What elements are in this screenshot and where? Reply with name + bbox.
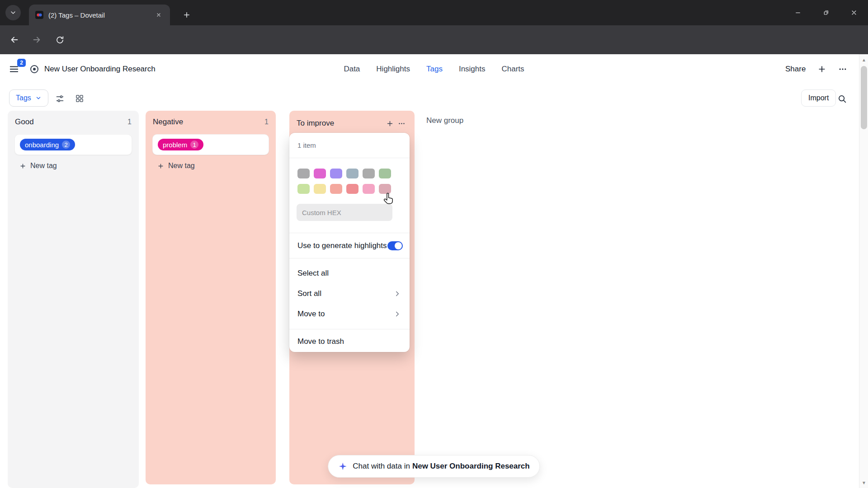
color-swatch[interactable] [379,169,391,178]
import-label: Import [808,94,829,102]
chevron-right-icon [393,310,401,318]
menu-item-move-to-trash[interactable]: Move to trash [289,329,410,351]
page-title: New User Onboarding Research [44,54,156,84]
tag-label: problem [163,141,187,149]
custom-hex-input[interactable] [297,204,392,221]
scroll-up-icon[interactable]: ▲ [859,55,868,64]
tags-view-dropdown[interactable]: Tags [9,89,48,107]
color-swatch[interactable] [346,169,359,178]
toggle-label: Use to generate highlights [297,241,387,250]
tags-dropdown-label: Tags [16,94,31,102]
column-title: To improve [297,119,384,128]
board-toolbar: Tags Import [0,84,868,111]
new-tag-label: New tag [30,162,57,170]
back-button[interactable] [5,31,24,49]
chat-label: Chat with data inNew User Onboarding Res… [353,462,529,471]
chat-prefix: Chat with data in [353,462,410,470]
new-tag-button[interactable]: New tag [8,162,139,170]
menu-item-label: Select all [297,269,329,278]
tab-charts[interactable]: Charts [502,65,524,74]
color-swatch[interactable] [363,184,375,194]
close-button[interactable] [840,0,868,25]
tag-card[interactable]: problem 1 [152,134,269,155]
tab-tags[interactable]: Tags [426,65,443,74]
color-swatch[interactable] [346,184,359,194]
column-header: Negative 1 [146,111,276,131]
import-button[interactable]: Import [801,89,836,107]
share-button[interactable]: Share [785,54,806,84]
chevron-down-icon [9,9,17,16]
browser-tab[interactable]: (2) Tags – Dovetail [29,5,170,25]
reload-button[interactable] [51,31,69,49]
restore-button[interactable] [812,0,840,25]
notification-badge: 2 [17,59,26,67]
highlights-toggle[interactable] [387,241,403,250]
browser-titlebar: (2) Tags – Dovetail [0,0,868,25]
column-menu-icon[interactable] [396,117,407,129]
new-group-button[interactable]: New group [426,116,463,125]
column-negative: Negative 1 problem 1 New tag [146,111,276,484]
ungroup-icon[interactable] [72,91,87,106]
tag-count: 1 [190,141,198,149]
window-controls [784,0,868,25]
tag-pill-problem[interactable]: problem 1 [158,139,203,150]
column-count: 1 [127,118,132,126]
new-tag-label: New tag [168,162,195,170]
plus-icon [19,163,26,169]
plus-icon [183,11,191,19]
dovetail-favicon [35,11,43,19]
tab-highlights[interactable]: Highlights [376,65,410,74]
add-button[interactable] [815,62,829,76]
add-tag-icon[interactable] [384,117,396,129]
column-header: Good 1 [8,111,139,131]
plus-icon [157,163,164,169]
generate-highlights-row: Use to generate highlights [289,233,410,258]
tab-insights[interactable]: Insights [459,65,486,74]
tag-pill-onboarding[interactable]: onboarding 2 [20,139,75,150]
color-swatch[interactable] [379,184,391,194]
menu-item-sort-all[interactable]: Sort all [289,283,410,304]
tab-data[interactable]: Data [344,65,360,74]
screen: (2) Tags – Dovetail [0,0,868,488]
item-count-label: 1 item [289,133,410,150]
sparkle-icon [338,462,347,471]
color-swatch[interactable] [330,184,342,194]
menu-item-move-to[interactable]: Move to [289,304,410,324]
dovetail-page: 2 New User Onboarding Research Data High… [0,54,868,488]
column-count: 1 [264,118,269,126]
app-header: 2 New User Onboarding Research Data High… [0,54,868,84]
color-swatch[interactable] [314,169,326,178]
project-icon [29,64,40,75]
search-icon[interactable] [835,91,849,106]
scroll-down-icon[interactable]: ▼ [859,478,868,487]
forward-button[interactable] [28,31,46,49]
more-options-icon[interactable] [835,62,850,76]
project-nav: Data Highlights Tags Insights Charts [344,54,524,84]
tag-card[interactable]: onboarding 2 [14,134,132,155]
column-good: Good 1 onboarding 2 New tag [8,111,139,488]
chevron-right-icon [393,290,401,298]
minimize-button[interactable] [784,0,812,25]
new-tab-button[interactable] [179,7,194,23]
page-scrollbar[interactable]: ▲ ▼ [859,54,868,488]
scrollbar-thumb[interactable] [861,66,867,129]
chevron-down-icon [35,95,42,101]
tab-search-button[interactable] [5,5,21,20]
chat-project-name: New User Onboarding Research [412,462,530,470]
color-swatch[interactable] [297,184,310,194]
color-swatch[interactable] [297,169,310,178]
menu-item-label: Move to [297,310,325,319]
tag-label: onboarding [25,141,59,149]
color-swatch[interactable] [330,169,342,178]
menu-item-select-all[interactable]: Select all [289,263,410,283]
tab-title: (2) Tags – Dovetail [48,11,149,19]
column-title: Good [15,117,127,127]
color-swatch[interactable] [314,184,326,194]
color-swatch[interactable] [363,169,375,178]
new-tag-button[interactable]: New tag [146,162,276,170]
display-settings-icon[interactable] [52,91,67,106]
chat-with-data-button[interactable]: Chat with data inNew User Onboarding Res… [328,455,540,478]
column-header: To improve [289,111,415,133]
tab-close-icon[interactable] [154,10,164,20]
menu-item-label: Move to trash [297,337,344,346]
